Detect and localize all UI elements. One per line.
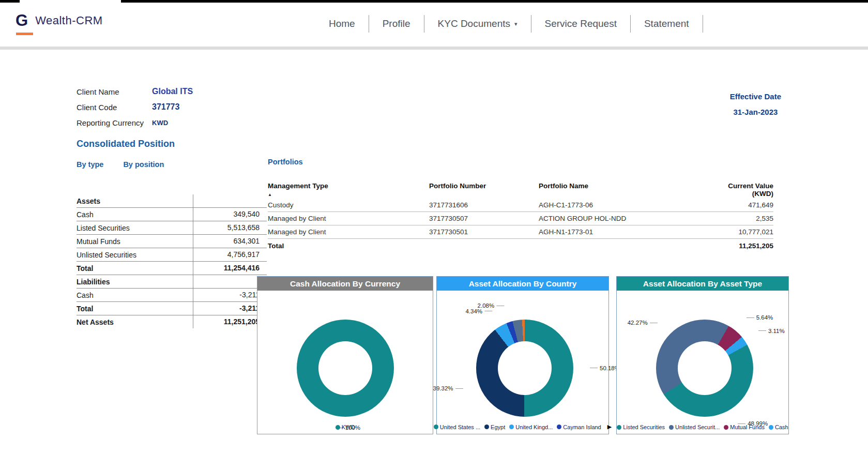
leader-line	[455, 388, 463, 389]
cell-current-value: 471,649	[720, 201, 773, 209]
client-info-value: 371773	[152, 102, 179, 112]
legend-dot-icon	[724, 425, 728, 430]
brand-name: Wealth-CRM	[35, 14, 103, 27]
table-row[interactable]: Managed by Client3717730501AGH-N1-1773-0…	[268, 225, 773, 239]
effective-date-block: Effective Date 31-Jan-2023	[730, 89, 781, 120]
table-row[interactable]: Custody3717731606AGH-C1-1773-06471,649	[268, 199, 773, 212]
position-row-label: Cash	[77, 291, 193, 299]
pct-label: 50.18%	[590, 365, 620, 371]
position-row: Cash-3,211	[77, 289, 267, 302]
chart-asset-allocation-by-country: Asset Allocation By Country 50.18%39.32%…	[436, 276, 609, 434]
legend-item[interactable]: United Kingd...	[509, 424, 553, 430]
position-row-value: 349,540	[193, 208, 267, 221]
portfolios-total-label: Total	[268, 242, 429, 250]
portfolios-table: Management Type ▲ Portfolio Number Portf…	[268, 182, 773, 253]
legend-item[interactable]: United States ...	[434, 424, 480, 430]
client-info-row: Client Code371773	[77, 99, 193, 115]
chart-legend: United States ...EgyptUnited Kingd...Cay…	[437, 423, 608, 430]
legend-label: Mutual Funds	[730, 424, 765, 430]
legend-dot-icon	[557, 425, 561, 429]
nav-item-statement[interactable]: Statement	[631, 15, 703, 33]
column-header-portfolio-number[interactable]: Portfolio Number	[429, 182, 539, 198]
page-title: Consolidated Position	[77, 139, 175, 149]
portfolios-table-header: Management Type ▲ Portfolio Number Portf…	[268, 182, 773, 199]
position-row-label: Total	[77, 305, 193, 313]
app-logo[interactable]: G Wealth-CRM	[16, 12, 103, 29]
position-row-value: 634,301	[193, 235, 267, 248]
tab-by-type[interactable]: By type	[77, 160, 103, 169]
app-header: G Wealth-CRM HomeProfileKYC Documents▾Se…	[0, 3, 868, 50]
portfolios-total-value: 11,251,205	[720, 242, 773, 250]
leader-line	[496, 306, 504, 306]
position-row-label: Total	[77, 264, 193, 273]
client-info-row: Reporting CurrencyKWD	[77, 115, 193, 130]
position-row: Listed Securities5,513,658	[77, 221, 267, 235]
position-row-value: -3,211	[193, 289, 267, 301]
client-info: Client NameGlobal ITSClient Code371773Re…	[77, 84, 193, 130]
view-tabs: By typeBy position	[77, 160, 164, 169]
pct-text: 39.32%	[433, 385, 453, 391]
chart-title: Cash Allocation By Currency	[257, 277, 433, 291]
nav-item-kyc-documents[interactable]: KYC Documents▾	[424, 15, 531, 33]
legend-label: Cash	[775, 424, 788, 430]
legend-item[interactable]: Unlisted Securit...	[669, 424, 720, 430]
position-row-value: -3,211	[193, 302, 267, 315]
legend-label: United Kingd...	[515, 424, 553, 430]
legend-label: KWD	[342, 424, 355, 430]
column-header-management-type[interactable]: Management Type ▲	[268, 182, 429, 198]
position-row-value: 4,756,917	[193, 248, 267, 261]
pct-label: 3.11%	[758, 328, 785, 334]
pct-text: 2.08%	[478, 302, 495, 309]
client-info-label: Client Name	[77, 87, 152, 96]
nav-item-profile[interactable]: Profile	[369, 15, 424, 33]
pct-label: 5.64%	[747, 314, 773, 321]
position-row-label: Listed Securities	[77, 224, 193, 232]
position-row-label: Mutual Funds	[77, 237, 193, 246]
nav-item-home[interactable]: Home	[315, 15, 369, 33]
position-row-value: 11,254,416	[193, 262, 267, 275]
leader-line	[650, 323, 658, 323]
pct-label: 4.34%	[465, 308, 492, 314]
table-row[interactable]: Managed by Client3717730507ACTION GROUP …	[268, 212, 773, 225]
position-row: Total-3,211	[77, 302, 267, 315]
legend-scroll-right-icon[interactable]: ▶	[607, 423, 612, 430]
chart-asset-allocation-by-asset-type: Asset Allocation By Asset Type 42.27%5.6…	[616, 276, 789, 434]
nav-item-label: Statement	[644, 18, 689, 29]
pct-label: 2.08%	[478, 302, 505, 309]
pct-text: 5.64%	[756, 314, 773, 321]
legend-item[interactable]: KWD	[336, 424, 355, 430]
legend-dot-icon	[617, 425, 621, 430]
column-header-current-value[interactable]: Current Value (KWD)	[720, 182, 773, 198]
legend-label: Cayman Island	[563, 424, 601, 430]
position-row: Liabilities	[77, 275, 267, 289]
legend-item[interactable]: Cayman Island	[557, 424, 601, 430]
legend-item[interactable]: Cash	[769, 424, 788, 430]
column-header-portfolio-name[interactable]: Portfolio Name	[539, 182, 720, 198]
pct-text: 4.34%	[465, 308, 482, 314]
leader-line	[747, 317, 754, 318]
donut-hole	[678, 341, 732, 395]
client-info-value: Global ITS	[152, 87, 193, 96]
position-row-value	[193, 194, 267, 207]
position-row: Mutual Funds634,301	[77, 235, 267, 248]
legend-item[interactable]: Listed Securities	[617, 424, 665, 430]
legend-item[interactable]: Egypt	[484, 424, 505, 430]
nav-item-label: Service Request	[545, 18, 617, 29]
cell-management-type: Custody	[268, 201, 429, 209]
chart-legend: Listed SecuritiesUnlisted Securit...Mutu…	[617, 424, 788, 430]
cell-portfolio-number: 3717731606	[429, 201, 539, 209]
position-row-value	[193, 275, 267, 288]
sort-ascending-icon[interactable]: ▲	[268, 192, 272, 197]
position-row-label: Assets	[77, 197, 193, 205]
chart-legend: KWD	[257, 424, 433, 430]
legend-label: Listed Securities	[623, 424, 665, 430]
legend-label: United States ...	[440, 424, 480, 430]
legend-dot-icon	[669, 425, 674, 430]
effective-date-label: Effective Date	[730, 89, 781, 104]
tab-by-position[interactable]: By position	[123, 160, 164, 169]
cell-portfolio-number: 3717730507	[429, 215, 539, 222]
position-row-value: 5,513,658	[193, 221, 267, 234]
nav-item-service-request[interactable]: Service Request	[531, 15, 631, 33]
legend-item[interactable]: Mutual Funds	[724, 424, 765, 430]
position-row-label: Unlisted Securities	[77, 251, 193, 259]
